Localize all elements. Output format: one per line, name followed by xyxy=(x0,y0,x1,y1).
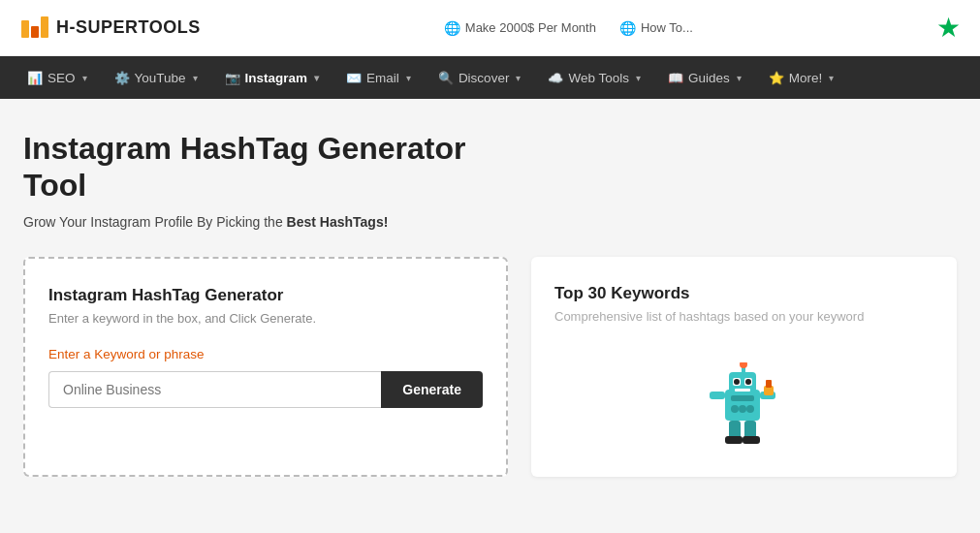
youtube-chevron: ▾ xyxy=(193,73,198,83)
header-links: 🌐 Make 2000$ Per Month 🌐 How To... xyxy=(444,20,693,36)
svg-point-20 xyxy=(739,405,746,413)
nav-item-seo[interactable]: 📊 SEO ▾ xyxy=(16,56,99,99)
nav-label-webtools: Web Tools xyxy=(568,71,629,85)
youtube-icon: ⚙️ xyxy=(114,71,130,85)
generate-button[interactable]: Generate xyxy=(381,371,483,408)
nav-item-webtools[interactable]: ☁️ Web Tools ▾ xyxy=(536,56,652,99)
tool-grid: Instagram HashTag Generator Enter a keyw… xyxy=(23,257,957,477)
webtools-icon: ☁️ xyxy=(548,71,563,85)
make-money-label: Make 2000$ Per Month xyxy=(465,20,596,35)
page-title-line1: Instagram HashTag Generator xyxy=(23,131,465,166)
svg-rect-14 xyxy=(725,436,743,444)
email-icon: ✉️ xyxy=(346,71,362,85)
left-card-desc: Enter a keyword in the box, and Click Ge… xyxy=(48,311,483,326)
svg-rect-18 xyxy=(731,395,754,401)
nav-label-instagram: Instagram xyxy=(245,71,308,85)
robot-illustration xyxy=(554,362,933,450)
header: H-SUPERTOOLS 🌐 Make 2000$ Per Month 🌐 Ho… xyxy=(0,0,980,56)
seo-chevron: ▾ xyxy=(82,73,87,83)
discover-icon: 🔍 xyxy=(438,71,454,85)
nav-item-more[interactable]: ⭐ More! ▾ xyxy=(757,56,846,99)
logo-area: H-SUPERTOOLS xyxy=(19,13,201,44)
discover-chevron: ▾ xyxy=(516,73,521,83)
nav-item-youtube[interactable]: ⚙️ YouTube ▾ xyxy=(103,56,209,99)
svg-point-8 xyxy=(745,379,751,385)
right-card-desc: Comprehensive list of hashtags based on … xyxy=(554,309,864,324)
right-card: Top 30 Keywords Comprehensive list of ha… xyxy=(531,257,957,477)
more-chevron: ▾ xyxy=(829,73,834,83)
svg-rect-0 xyxy=(21,20,29,38)
left-card-title: Instagram HashTag Generator xyxy=(48,286,483,305)
make-money-link[interactable]: 🌐 Make 2000$ Per Month xyxy=(444,20,596,36)
svg-rect-10 xyxy=(710,392,725,399)
how-to-link[interactable]: 🌐 How To... xyxy=(619,20,693,36)
main-content: Instagram HashTag Generator Tool Grow Yo… xyxy=(0,99,980,500)
guides-chevron: ▾ xyxy=(737,73,742,83)
svg-rect-23 xyxy=(766,380,772,388)
nav-label-email: Email xyxy=(366,71,399,85)
svg-point-7 xyxy=(734,379,740,385)
nav-label-seo: SEO xyxy=(47,71,76,85)
keyword-input[interactable] xyxy=(48,371,381,408)
input-row: Generate xyxy=(48,371,483,408)
logo-icon xyxy=(19,13,50,44)
robot-svg xyxy=(706,362,783,450)
instagram-icon: 📷 xyxy=(225,71,240,85)
svg-point-21 xyxy=(746,405,754,413)
webtools-chevron: ▾ xyxy=(636,73,641,83)
nav-item-guides[interactable]: 📖 Guides ▾ xyxy=(656,56,753,99)
svg-point-17 xyxy=(740,362,747,368)
svg-point-19 xyxy=(731,405,739,413)
nav-item-email[interactable]: ✉️ Email ▾ xyxy=(334,56,423,99)
globe-icon-2: 🌐 xyxy=(619,20,636,36)
favorite-star-icon[interactable]: ★ xyxy=(936,12,961,44)
instagram-chevron: ▾ xyxy=(314,73,319,83)
more-icon: ⭐ xyxy=(769,71,784,85)
navbar: 📊 SEO ▾ ⚙️ YouTube ▾ 📷 Instagram ▾ ✉️ Em… xyxy=(0,56,980,99)
left-card: Instagram HashTag Generator Enter a keyw… xyxy=(23,257,508,477)
seo-icon: 📊 xyxy=(27,71,43,85)
nav-item-instagram[interactable]: 📷 Instagram ▾ xyxy=(213,56,332,99)
logo-text: H-SUPERTOOLS xyxy=(56,17,201,38)
nav-item-discover[interactable]: 🔍 Discover ▾ xyxy=(427,56,533,99)
page-subtitle: Grow Your Instagram Profile By Picking t… xyxy=(23,214,957,230)
field-label: Enter a Keyword or phrase xyxy=(48,347,483,361)
right-card-title: Top 30 Keywords xyxy=(554,284,690,303)
nav-label-youtube: YouTube xyxy=(135,71,186,85)
guides-icon: 📖 xyxy=(668,71,683,85)
svg-rect-1 xyxy=(31,26,39,38)
page-title: Instagram HashTag Generator Tool xyxy=(23,130,957,204)
globe-icon-1: 🌐 xyxy=(444,20,460,36)
svg-rect-15 xyxy=(743,436,760,444)
nav-label-guides: Guides xyxy=(688,71,730,85)
nav-label-discover: Discover xyxy=(458,71,510,85)
page-title-line2: Tool xyxy=(23,168,86,203)
svg-rect-2 xyxy=(41,16,48,38)
email-chevron: ▾ xyxy=(406,73,411,83)
how-to-label: How To... xyxy=(641,20,693,35)
nav-label-more: More! xyxy=(789,71,823,85)
svg-rect-9 xyxy=(735,389,750,392)
